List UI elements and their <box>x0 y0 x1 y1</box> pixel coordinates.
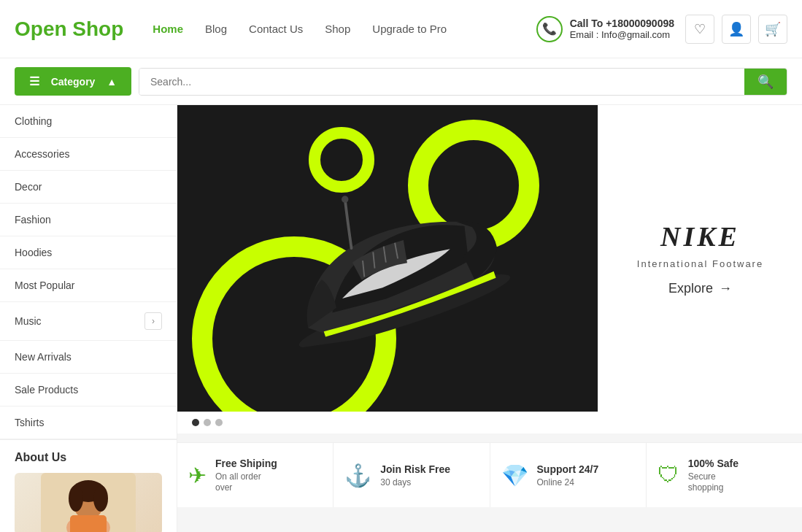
feature-safe: 🛡 100% Safe Secureshopping <box>647 443 802 507</box>
about-person-svg <box>41 473 136 532</box>
sidebar-item-label: Sale Products <box>15 384 78 396</box>
hero-shoe-image <box>239 163 535 353</box>
svg-point-5 <box>93 485 108 512</box>
feature-risk: ⚓ Join Risk Free 30 days <box>333 443 490 507</box>
about-image <box>15 473 162 532</box>
feature-desc: Secureshopping <box>688 471 724 493</box>
header: Open Shop Home Blog Contact Us Shop Upgr… <box>0 0 802 58</box>
hero-main-panel <box>177 105 598 412</box>
feature-title: Join Risk Free <box>380 463 450 475</box>
nav-home[interactable]: Home <box>153 23 183 35</box>
slider-dot-2[interactable] <box>204 419 211 426</box>
features-bar: ✈ Free Shiping On all orderover ⚓ Join R… <box>177 442 802 507</box>
sidebar-item-label: Fashion <box>15 214 51 225</box>
phone-icon: 📞 <box>536 16 563 42</box>
cart-button[interactable]: 🛒 <box>758 15 787 44</box>
sidebar-item-new-arrivals[interactable]: New Arrivals <box>0 341 177 374</box>
feature-support: 💎 Support 24/7 Online 24 <box>490 443 647 507</box>
feature-desc: Online 24 <box>537 477 574 487</box>
about-section: About Us <box>0 439 177 532</box>
sidebar-item-fashion[interactable]: Fashion <box>0 204 177 236</box>
nav-shop[interactable]: Shop <box>325 23 350 35</box>
svg-point-12 <box>341 195 350 204</box>
slider-dots <box>177 412 802 433</box>
sidebar-item-label: Tshirts <box>15 417 44 428</box>
feature-title: Free Shiping <box>215 458 277 469</box>
wishlist-button[interactable]: ♡ <box>685 15 714 44</box>
sidebar-item-label: Accessories <box>15 148 69 160</box>
sidebar-item-label: Clothing <box>15 115 52 127</box>
logo-open: Open <box>15 18 67 40</box>
sidebar-item-tshirts[interactable]: Tshirts <box>0 406 177 439</box>
hero-brand: NIKE <box>660 220 740 252</box>
search-bar: ☰ Category ▲ 🔍 <box>0 58 802 105</box>
email-label: Email : <box>570 29 599 40</box>
svg-rect-6 <box>70 515 107 532</box>
header-right: 📞 Call To +18000090098 Email : Info@gmai… <box>536 15 787 44</box>
sidebar-item-label: New Arrivals <box>15 351 72 363</box>
contact-text: Call To +18000090098 Email : Info@gmail.… <box>570 18 674 40</box>
email-value: Info@gmail.com <box>601 29 670 40</box>
content-area: NIKE International Footware Explore → ✈ … <box>177 105 802 532</box>
explore-button[interactable]: Explore → <box>668 281 732 296</box>
about-title: About Us <box>15 451 162 464</box>
logo[interactable]: Open Shop <box>15 18 123 41</box>
header-icons: ♡ 👤 🛒 <box>685 15 787 44</box>
account-button[interactable]: 👤 <box>722 15 751 44</box>
category-button[interactable]: ☰ Category ▲ <box>15 67 131 96</box>
airplane-icon: ✈ <box>188 463 207 488</box>
main-layout: Clothing Accessories Decor Fashion Hoodi… <box>0 105 802 532</box>
sidebar-item-decor[interactable]: Decor <box>0 171 177 204</box>
nav-blog[interactable]: Blog <box>205 23 227 35</box>
feature-shipping-text: Free Shiping On all orderover <box>215 458 277 493</box>
feature-safe-text: 100% Safe Secureshopping <box>688 458 739 493</box>
feature-desc: 30 days <box>380 477 411 487</box>
feature-title: Support 24/7 <box>537 463 599 475</box>
main-nav: Home Blog Contact Us Shop Upgrade to Pro <box>153 23 536 35</box>
sidebar-item-label: Decor <box>15 181 42 193</box>
search-input-wrap: 🔍 <box>139 68 787 96</box>
search-icon: 🔍 <box>757 74 774 89</box>
anchor-icon: ⚓ <box>344 463 371 488</box>
hero-subtitle: International Footware <box>637 258 763 269</box>
feature-risk-text: Join Risk Free 30 days <box>380 463 450 487</box>
svg-point-4 <box>69 485 83 512</box>
arrow-right-icon: → <box>719 281 732 296</box>
sidebar-item-label: Most Popular <box>15 280 74 291</box>
feature-support-text: Support 24/7 Online 24 <box>537 463 599 487</box>
feature-desc: On all orderover <box>215 471 261 493</box>
sidebar-item-label: Hoodies <box>15 247 52 258</box>
call-to-label: Call To <box>570 18 604 29</box>
shield-icon: 🛡 <box>658 463 679 487</box>
hamburger-icon: ☰ <box>29 74 39 88</box>
sidebar-item-sale-products[interactable]: Sale Products <box>0 374 177 406</box>
hero-section: NIKE International Footware Explore → <box>177 105 802 412</box>
sidebar-item-hoodies[interactable]: Hoodies <box>0 236 177 269</box>
nav-contact[interactable]: Contact Us <box>249 23 303 35</box>
sidebar: Clothing Accessories Decor Fashion Hoodi… <box>0 105 177 532</box>
category-label: Category <box>51 76 96 88</box>
feature-title: 100% Safe <box>688 458 739 469</box>
logo-shop: Shop <box>67 18 124 40</box>
contact-info: 📞 Call To +18000090098 Email : Info@gmai… <box>536 16 674 42</box>
search-button[interactable]: 🔍 <box>744 69 787 95</box>
diamond-icon: 💎 <box>501 463 528 488</box>
slider-dot-3[interactable] <box>215 419 223 426</box>
hero-circle-small <box>309 127 374 193</box>
feature-shipping: ✈ Free Shiping On all orderover <box>177 443 333 507</box>
explore-label: Explore <box>668 281 713 296</box>
search-input[interactable] <box>139 69 744 95</box>
chevron-up-icon: ▲ <box>107 76 117 88</box>
sidebar-item-music[interactable]: Music › <box>0 302 177 341</box>
nav-upgrade[interactable]: Upgrade to Pro <box>372 23 447 35</box>
phone-number: +18000090098 <box>606 18 674 29</box>
hero-side-panel: NIKE International Footware Explore → <box>598 105 802 412</box>
sidebar-item-accessories[interactable]: Accessories <box>0 138 177 171</box>
sidebar-item-most-popular[interactable]: Most Popular <box>0 269 177 302</box>
slider-dot-1[interactable] <box>192 419 199 426</box>
sidebar-item-clothing[interactable]: Clothing <box>0 105 177 138</box>
expand-arrow-icon: › <box>144 312 162 330</box>
sidebar-item-label: Music <box>15 315 42 327</box>
